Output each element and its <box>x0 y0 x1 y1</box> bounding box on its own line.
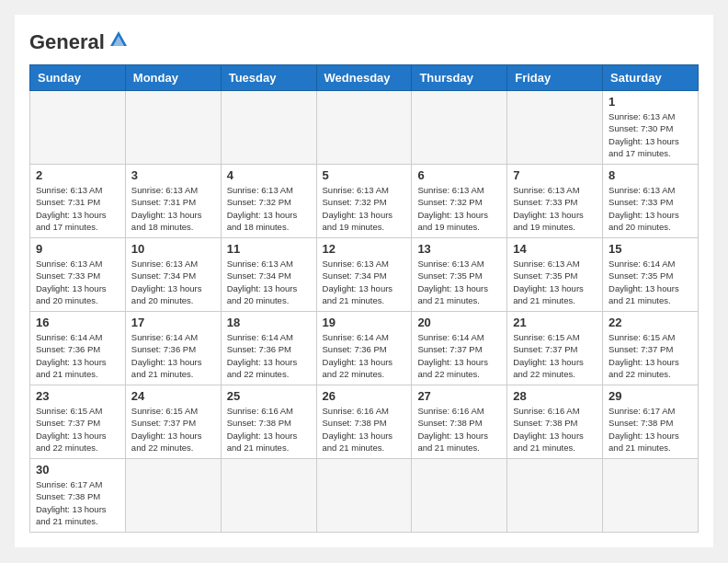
calendar-cell: 27Sunrise: 6:16 AM Sunset: 7:38 PM Dayli… <box>412 385 507 459</box>
day-number: 1 <box>609 95 692 109</box>
day-number: 12 <box>323 242 406 256</box>
day-number: 27 <box>417 389 501 403</box>
calendar-cell: 15Sunrise: 6:14 AM Sunset: 7:35 PM Dayli… <box>603 238 699 312</box>
day-info: Sunrise: 6:13 AM Sunset: 7:33 PM Dayligh… <box>513 184 597 233</box>
day-info: Sunrise: 6:13 AM Sunset: 7:35 PM Dayligh… <box>513 258 597 306</box>
calendar-cell: 24Sunrise: 6:15 AM Sunset: 7:37 PM Dayli… <box>125 385 221 459</box>
calendar-cell: 23Sunrise: 6:15 AM Sunset: 7:37 PM Dayli… <box>30 385 126 459</box>
day-info: Sunrise: 6:16 AM Sunset: 7:38 PM Dayligh… <box>417 405 501 454</box>
day-info: Sunrise: 6:15 AM Sunset: 7:37 PM Dayligh… <box>131 405 215 454</box>
calendar-header-sunday: Sunday <box>30 65 126 91</box>
day-number: 4 <box>227 168 311 182</box>
calendar-cell: 18Sunrise: 6:14 AM Sunset: 7:36 PM Dayli… <box>221 312 316 385</box>
day-number: 20 <box>417 316 501 329</box>
day-info: Sunrise: 6:17 AM Sunset: 7:38 PM Dayligh… <box>609 405 692 454</box>
calendar-header-row: SundayMondayTuesdayWednesdayThursdayFrid… <box>30 65 699 91</box>
day-info: Sunrise: 6:14 AM Sunset: 7:36 PM Dayligh… <box>36 331 119 380</box>
calendar: SundayMondayTuesdayWednesdayThursdayFrid… <box>29 64 699 533</box>
calendar-cell <box>316 459 412 533</box>
calendar-header-monday: Monday <box>125 65 221 91</box>
calendar-header-saturday: Saturday <box>603 65 699 91</box>
day-number: 21 <box>513 316 597 329</box>
calendar-cell <box>316 91 412 165</box>
calendar-cell <box>412 91 507 165</box>
day-number: 25 <box>227 389 311 403</box>
calendar-cell <box>125 91 221 165</box>
calendar-cell: 10Sunrise: 6:13 AM Sunset: 7:34 PM Dayli… <box>125 238 221 312</box>
calendar-cell: 20Sunrise: 6:14 AM Sunset: 7:37 PM Dayli… <box>412 312 507 385</box>
day-number: 8 <box>609 168 692 182</box>
calendar-cell: 9Sunrise: 6:13 AM Sunset: 7:33 PM Daylig… <box>30 238 126 312</box>
calendar-cell: 16Sunrise: 6:14 AM Sunset: 7:36 PM Dayli… <box>30 312 126 385</box>
day-info: Sunrise: 6:15 AM Sunset: 7:37 PM Dayligh… <box>36 405 119 454</box>
day-info: Sunrise: 6:15 AM Sunset: 7:37 PM Dayligh… <box>513 331 597 380</box>
calendar-header-thursday: Thursday <box>412 65 507 91</box>
day-number: 9 <box>36 242 119 256</box>
calendar-cell: 22Sunrise: 6:15 AM Sunset: 7:37 PM Dayli… <box>603 312 699 385</box>
calendar-cell <box>125 459 221 533</box>
calendar-cell <box>603 459 699 533</box>
calendar-cell: 6Sunrise: 6:13 AM Sunset: 7:32 PM Daylig… <box>412 165 507 238</box>
calendar-cell <box>412 459 507 533</box>
day-number: 30 <box>36 463 119 477</box>
day-number: 17 <box>131 316 215 329</box>
day-number: 16 <box>36 316 119 329</box>
day-number: 29 <box>609 389 692 403</box>
day-number: 24 <box>131 389 215 403</box>
calendar-cell: 29Sunrise: 6:17 AM Sunset: 7:38 PM Dayli… <box>603 385 699 459</box>
day-info: Sunrise: 6:13 AM Sunset: 7:31 PM Dayligh… <box>131 184 215 233</box>
calendar-cell: 8Sunrise: 6:13 AM Sunset: 7:33 PM Daylig… <box>603 165 699 238</box>
calendar-cell: 1Sunrise: 6:13 AM Sunset: 7:30 PM Daylig… <box>603 91 699 165</box>
day-info: Sunrise: 6:16 AM Sunset: 7:38 PM Dayligh… <box>227 405 311 454</box>
calendar-cell <box>30 91 126 165</box>
calendar-cell: 26Sunrise: 6:16 AM Sunset: 7:38 PM Dayli… <box>316 385 412 459</box>
day-info: Sunrise: 6:15 AM Sunset: 7:37 PM Dayligh… <box>609 331 692 380</box>
day-number: 19 <box>323 316 406 329</box>
day-info: Sunrise: 6:14 AM Sunset: 7:36 PM Dayligh… <box>227 331 311 380</box>
day-info: Sunrise: 6:14 AM Sunset: 7:36 PM Dayligh… <box>131 331 215 380</box>
day-info: Sunrise: 6:16 AM Sunset: 7:38 PM Dayligh… <box>513 405 597 454</box>
day-info: Sunrise: 6:13 AM Sunset: 7:33 PM Dayligh… <box>36 258 119 306</box>
calendar-cell: 28Sunrise: 6:16 AM Sunset: 7:38 PM Dayli… <box>507 385 603 459</box>
day-info: Sunrise: 6:13 AM Sunset: 7:32 PM Dayligh… <box>323 184 406 233</box>
day-info: Sunrise: 6:13 AM Sunset: 7:35 PM Dayligh… <box>417 258 501 306</box>
day-number: 2 <box>36 168 119 182</box>
calendar-week-0: 1Sunrise: 6:13 AM Sunset: 7:30 PM Daylig… <box>30 91 699 165</box>
calendar-cell: 21Sunrise: 6:15 AM Sunset: 7:37 PM Dayli… <box>507 312 603 385</box>
day-number: 7 <box>513 168 597 182</box>
calendar-cell <box>507 91 603 165</box>
day-info: Sunrise: 6:13 AM Sunset: 7:32 PM Dayligh… <box>227 184 311 233</box>
day-info: Sunrise: 6:13 AM Sunset: 7:30 PM Dayligh… <box>609 110 692 159</box>
day-info: Sunrise: 6:14 AM Sunset: 7:36 PM Dayligh… <box>323 331 406 380</box>
day-info: Sunrise: 6:14 AM Sunset: 7:37 PM Dayligh… <box>417 331 501 380</box>
calendar-week-4: 23Sunrise: 6:15 AM Sunset: 7:37 PM Dayli… <box>30 385 699 459</box>
calendar-week-2: 9Sunrise: 6:13 AM Sunset: 7:33 PM Daylig… <box>30 238 699 312</box>
day-info: Sunrise: 6:13 AM Sunset: 7:34 PM Dayligh… <box>227 258 311 306</box>
calendar-cell: 25Sunrise: 6:16 AM Sunset: 7:38 PM Dayli… <box>221 385 316 459</box>
calendar-week-3: 16Sunrise: 6:14 AM Sunset: 7:36 PM Dayli… <box>30 312 699 385</box>
day-number: 18 <box>227 316 311 329</box>
day-number: 3 <box>131 168 215 182</box>
calendar-header-tuesday: Tuesday <box>221 65 316 91</box>
day-number: 13 <box>417 242 501 256</box>
calendar-cell <box>221 459 316 533</box>
calendar-cell: 5Sunrise: 6:13 AM Sunset: 7:32 PM Daylig… <box>316 165 412 238</box>
day-number: 28 <box>513 389 597 403</box>
day-info: Sunrise: 6:16 AM Sunset: 7:38 PM Dayligh… <box>323 405 406 454</box>
day-info: Sunrise: 6:13 AM Sunset: 7:32 PM Dayligh… <box>417 184 501 233</box>
calendar-header-wednesday: Wednesday <box>316 65 412 91</box>
calendar-header-friday: Friday <box>507 65 603 91</box>
calendar-week-5: 30Sunrise: 6:17 AM Sunset: 7:38 PM Dayli… <box>30 459 699 533</box>
day-number: 22 <box>609 316 692 329</box>
calendar-cell: 7Sunrise: 6:13 AM Sunset: 7:33 PM Daylig… <box>507 165 603 238</box>
day-number: 26 <box>323 389 406 403</box>
calendar-week-1: 2Sunrise: 6:13 AM Sunset: 7:31 PM Daylig… <box>30 165 699 238</box>
day-number: 11 <box>227 242 311 256</box>
day-info: Sunrise: 6:13 AM Sunset: 7:31 PM Dayligh… <box>36 184 119 233</box>
day-info: Sunrise: 6:13 AM Sunset: 7:33 PM Dayligh… <box>609 184 692 233</box>
calendar-cell <box>221 91 316 165</box>
calendar-cell: 30Sunrise: 6:17 AM Sunset: 7:38 PM Dayli… <box>30 459 126 533</box>
day-number: 23 <box>36 389 119 403</box>
logo-icon <box>108 29 129 53</box>
calendar-cell: 11Sunrise: 6:13 AM Sunset: 7:34 PM Dayli… <box>221 238 316 312</box>
